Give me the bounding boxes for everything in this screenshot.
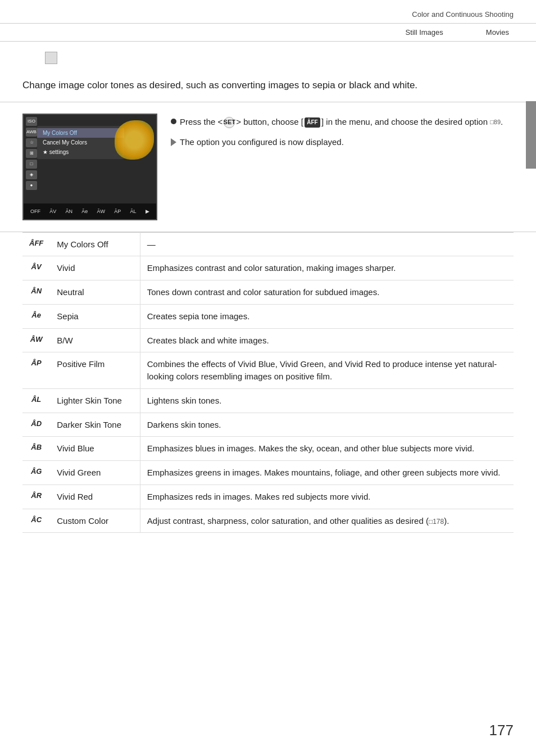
cam-flower-image xyxy=(115,120,154,160)
icon-cell: ÂN xyxy=(22,280,50,305)
color-table-container: ÂFFMy Colors Off—ÂVVividEmphasizes contr… xyxy=(0,232,536,533)
book-ref-89: □89 xyxy=(490,117,501,127)
table-row: ÂGVivid GreenEmphasizes greens in images… xyxy=(22,461,514,485)
cam-icon-record: ● xyxy=(26,181,37,190)
name-cell: Positive Film xyxy=(50,352,140,389)
table-row: ÂCCustom ColorAdjust contrast, sharpness… xyxy=(22,509,514,533)
icon-cell: ÂB xyxy=(22,437,50,461)
color-table: ÂFFMy Colors Off—ÂVVividEmphasizes contr… xyxy=(22,232,514,533)
desc-cell: Emphasizes greens in images. Makes mount… xyxy=(140,461,514,485)
desc-cell: Adjust contrast, sharpness, color satura… xyxy=(140,509,514,533)
camera-left-icons: ISO AWB ☆ ⊞ □ ◈ ● xyxy=(26,117,37,190)
name-cell: Vivid Blue xyxy=(50,437,140,461)
desc-cell: Emphasizes reds in images. Makes red sub… xyxy=(140,485,514,509)
cam-bottom-off: OFF xyxy=(30,209,40,214)
intro-text: Change image color tones as desired, suc… xyxy=(0,73,536,102)
cam-icon-zoom: ⊞ xyxy=(26,149,37,158)
desc-cell: Creates black and white images. xyxy=(140,328,514,352)
tab-movies[interactable]: Movies xyxy=(482,27,514,38)
camera-menu-overlay: My Colors Off Cancel My Colors ★ setting… xyxy=(37,126,124,159)
icon-cell: ÂC xyxy=(22,509,50,533)
table-row: ÂFFMy Colors Off— xyxy=(22,232,514,256)
tab-row: Still Images Movies xyxy=(0,24,536,42)
cam-menu-item-cancel: Cancel My Colors xyxy=(37,138,124,147)
table-row: ÂBVivid BlueEmphasizes blues in images. … xyxy=(22,437,514,461)
cam-icon-iso: ISO xyxy=(26,117,37,126)
desc-cell: Creates sepia tone images. xyxy=(140,304,514,328)
cam-bottom-p: ÂP xyxy=(114,209,121,214)
cam-icon-square: □ xyxy=(26,160,37,169)
table-row: ÂNNeutralTones down contrast and color s… xyxy=(22,280,514,305)
name-cell: My Colors Off xyxy=(50,232,140,256)
cam-menu-item-settings: ★ settings xyxy=(37,147,124,157)
cam-bottom-bw: ÂW xyxy=(97,209,106,214)
icon-cell: ÂL xyxy=(22,388,50,413)
icon-cell: ÂV xyxy=(22,256,50,280)
cam-icon-awb: AWB xyxy=(26,128,37,137)
name-cell: Vivid Red xyxy=(50,485,140,509)
instruction-2: The option you configured is now display… xyxy=(171,136,514,149)
icon-cell: ÂW xyxy=(22,328,50,352)
name-cell: Custom Color xyxy=(50,509,140,533)
icon-cell: ÂFF xyxy=(22,232,50,256)
cam-icon-scene: ◈ xyxy=(26,170,37,179)
icon-cell: Âe xyxy=(22,304,50,328)
main-content: ISO AWB ☆ ⊞ □ ◈ ● My Colors Off Cancel M… xyxy=(0,102,536,232)
aff-menu-icon: ÂFF xyxy=(305,117,320,128)
instruction-1: Press the <SET> button, choose [ÂFF] in … xyxy=(171,116,514,129)
instruction-1-text: Press the <SET> button, choose [ÂFF] in … xyxy=(180,116,503,129)
camera-screenshot: ISO AWB ☆ ⊞ □ ◈ ● My Colors Off Cancel M… xyxy=(22,114,157,220)
func-button-icon: SET xyxy=(224,117,235,128)
bullet-1 xyxy=(171,119,176,124)
section-icon-box xyxy=(45,52,57,64)
name-cell: Sepia xyxy=(50,304,140,328)
instructions-panel: Press the <SET> button, choose [ÂFF] in … xyxy=(171,114,514,220)
table-row: ÂRVivid RedEmphasizes reds in images. Ma… xyxy=(22,485,514,509)
name-cell: Vivid Green xyxy=(50,461,140,485)
cam-bottom-se: Âe xyxy=(81,209,88,214)
table-row: ÂPPositive FilmCombines the effects of V… xyxy=(22,352,514,389)
desc-cell: Emphasizes contrast and color saturation… xyxy=(140,256,514,280)
cam-bottom-n: ÂN xyxy=(66,209,73,214)
icon-cell: ÂR xyxy=(22,485,50,509)
camera-bottom-bar: OFF ÂV ÂN Âe ÂW ÂP ÂL ▶ xyxy=(24,203,156,219)
name-cell: B/W xyxy=(50,328,140,352)
desc-cell: — xyxy=(140,232,514,256)
cam-bottom-arrow: ▶ xyxy=(146,209,149,214)
name-cell: Vivid xyxy=(50,256,140,280)
desc-cell: Combines the effects of Vivid Blue, Vivi… xyxy=(140,352,514,389)
tab-still-images[interactable]: Still Images xyxy=(401,27,448,38)
name-cell: Darker Skin Tone xyxy=(50,413,140,437)
desc-cell: Tones down contrast and color saturation… xyxy=(140,280,514,305)
name-cell: Neutral xyxy=(50,280,140,305)
icon-cell: ÂP xyxy=(22,352,50,389)
cam-icon-filter: ☆ xyxy=(26,138,37,147)
cam-menu-item-off: My Colors Off xyxy=(37,128,124,138)
side-tab xyxy=(526,101,536,169)
icon-cell: ÂD xyxy=(22,413,50,437)
table-row: ÂLLighter Skin ToneLightens skin tones. xyxy=(22,388,514,413)
page-title: Color and Continuous Shooting xyxy=(412,10,514,19)
table-row: ÂWB/WCreates black and white images. xyxy=(22,328,514,352)
cam-bottom-v: ÂV xyxy=(49,209,56,214)
desc-cell: Darkens skin tones. xyxy=(140,413,514,437)
table-row: ÂVVividEmphasizes contrast and color sat… xyxy=(22,256,514,280)
bullet-2 xyxy=(171,138,176,146)
page-header: Color and Continuous Shooting xyxy=(0,0,536,24)
instruction-2-text: The option you configured is now display… xyxy=(180,136,344,149)
table-row: ÂeSepiaCreates sepia tone images. xyxy=(22,304,514,328)
desc-cell: Lightens skin tones. xyxy=(140,388,514,413)
page-number: 177 xyxy=(489,722,514,739)
desc-cell: Emphasizes blues in images. Makes the sk… xyxy=(140,437,514,461)
name-cell: Lighter Skin Tone xyxy=(50,388,140,413)
icon-cell: ÂG xyxy=(22,461,50,485)
table-row: ÂDDarker Skin ToneDarkens skin tones. xyxy=(22,413,514,437)
cam-bottom-l: ÂL xyxy=(130,209,137,214)
